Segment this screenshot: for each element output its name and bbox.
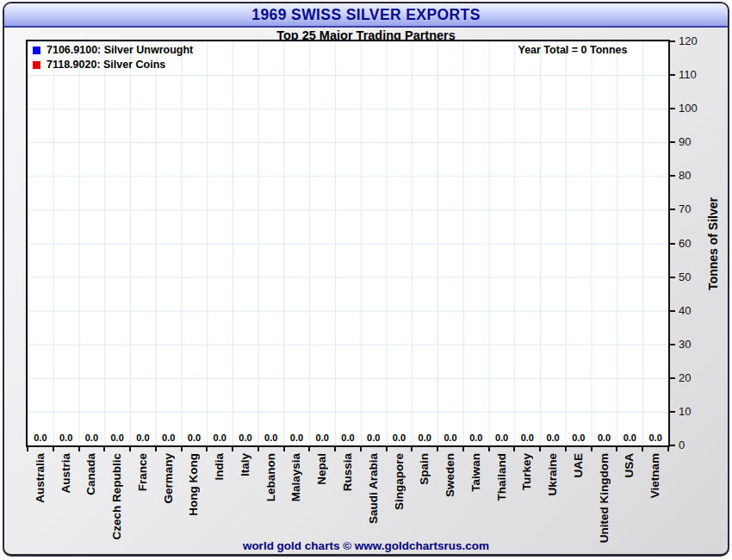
bar-value-label: 0.0 — [156, 432, 182, 444]
footer-credit: world gold charts © www.goldchartsrus.co… — [0, 539, 732, 552]
x-category-label: Spain — [418, 453, 431, 485]
y-tick-mark — [670, 74, 675, 76]
x-tick-mark — [539, 447, 541, 451]
x-category-label: Nepal — [315, 453, 328, 485]
bar-value-label: 0.0 — [463, 432, 489, 444]
x-tick-mark — [257, 447, 259, 451]
x-tick-mark — [386, 447, 388, 451]
x-category-label: Singapore — [393, 453, 406, 510]
legend-item: 7118.9020: Silver Coins — [33, 59, 193, 71]
x-tick-mark — [53, 447, 54, 451]
x-category-label: Ukraine — [546, 453, 559, 496]
x-tick-mark — [181, 447, 183, 451]
x-category-label: France — [136, 453, 149, 491]
y-tick-label: 0 — [679, 439, 708, 452]
title-bar: 1969 SWISS SILVER EXPORTS — [4, 3, 728, 28]
bar-value-label: 0.0 — [309, 432, 335, 444]
bar-value-label: 0.0 — [53, 432, 79, 444]
y-tick-mark — [670, 344, 675, 345]
chart-title: 1969 SWISS SILVER EXPORTS — [251, 6, 480, 24]
x-tick-mark — [616, 447, 617, 451]
bar-value-label: 0.0 — [412, 432, 437, 444]
y-tick-mark — [670, 243, 675, 245]
x-category-label: Thailand — [495, 453, 508, 501]
legend-label: 7118.9020: Silver Coins — [47, 59, 165, 71]
x-category-label: Australia — [34, 453, 47, 503]
y-tick-mark — [670, 310, 675, 312]
bar-value-label: 0.0 — [335, 432, 361, 444]
x-category-label: Saudi Arabia — [367, 453, 380, 524]
x-tick-mark — [308, 447, 310, 451]
x-tick-mark — [642, 447, 643, 451]
x-category-label: United Kingdom — [598, 453, 611, 543]
x-tick-mark — [667, 447, 669, 451]
x-category-label: Turkey — [520, 453, 533, 490]
bar-value-label: 0.0 — [540, 432, 566, 444]
x-category-label: USA — [623, 453, 636, 478]
y-tick-label: 40 — [679, 304, 708, 318]
x-tick-mark — [513, 447, 515, 451]
legend-label: 7106.9100: Silver Unwrought — [47, 44, 193, 56]
x-tick-mark — [437, 447, 438, 451]
bar-value-label: 0.0 — [207, 432, 233, 444]
y-tick-label: 30 — [679, 338, 708, 352]
x-tick-mark — [462, 447, 464, 451]
bar-value-label: 0.0 — [104, 432, 130, 444]
x-category-label: Italy — [239, 453, 251, 476]
legend-swatch-icon — [33, 47, 40, 54]
y-tick-label: 100 — [679, 102, 708, 115]
bar-value-label: 0.0 — [566, 432, 592, 444]
y-tick-mark — [670, 445, 675, 446]
y-tick-label: 50 — [679, 271, 708, 284]
y-tick-mark — [670, 411, 675, 413]
bar-value-label: 0.0 — [514, 432, 540, 444]
y-tick-label: 60 — [679, 237, 708, 251]
y-tick-mark — [670, 208, 675, 210]
x-category-label: Czech Republic — [110, 453, 123, 540]
x-category-label: Russia — [341, 453, 354, 491]
chart-canvas: 1969 SWISS SILVER EXPORTS Top 25 Major T… — [0, 0, 732, 560]
y-tick-mark — [670, 40, 675, 42]
bar-value-label: 0.0 — [284, 432, 310, 444]
bar-value-label: 0.0 — [387, 432, 413, 444]
x-tick-mark — [334, 447, 336, 451]
bar-value-label: 0.0 — [592, 432, 617, 444]
x-tick-mark — [411, 447, 413, 451]
x-category-label: Vietnam — [648, 453, 661, 498]
x-category-label: Austria — [59, 453, 72, 494]
legend: 7106.9100: Silver Unwrought7118.9020: Si… — [33, 44, 193, 71]
x-tick-mark — [27, 447, 28, 451]
x-category-label: Lebanon — [264, 453, 277, 501]
legend-item: 7106.9100: Silver Unwrought — [33, 44, 193, 56]
y-tick-label: 20 — [679, 371, 708, 385]
bar-value-label: 0.0 — [130, 432, 156, 444]
x-tick-mark — [360, 447, 362, 451]
x-tick-mark — [591, 447, 592, 451]
x-category-label: Germany — [162, 453, 175, 504]
y-tick-label: 110 — [679, 68, 708, 82]
x-tick-mark — [78, 447, 80, 451]
y-tick-mark — [670, 141, 675, 143]
x-category-label: Malaysia — [289, 453, 302, 501]
bar-value-label: 0.0 — [233, 432, 258, 444]
x-tick-mark — [206, 447, 208, 451]
bar-value-label: 0.0 — [182, 432, 208, 444]
y-tick-label: 10 — [679, 405, 708, 419]
bar-value-label: 0.0 — [79, 432, 105, 444]
y-tick-label: 90 — [679, 135, 708, 149]
x-category-label: India — [213, 453, 226, 481]
plot-area — [26, 40, 670, 447]
bar-value-label: 0.0 — [642, 432, 668, 444]
bar-value-label: 0.0 — [28, 432, 53, 444]
y-tick-label: 80 — [679, 169, 708, 183]
bar-value-label: 0.0 — [361, 432, 387, 444]
bar-value-label: 0.0 — [258, 432, 284, 444]
x-tick-mark — [232, 447, 233, 451]
legend-swatch-icon — [33, 61, 40, 69]
bar-value-label: 0.0 — [489, 432, 515, 444]
x-category-label: Sweden — [444, 453, 456, 497]
x-category-label: Hong Kong — [187, 453, 200, 516]
y-tick-mark — [670, 377, 675, 379]
x-tick-mark — [103, 447, 105, 451]
x-tick-mark — [129, 447, 131, 451]
